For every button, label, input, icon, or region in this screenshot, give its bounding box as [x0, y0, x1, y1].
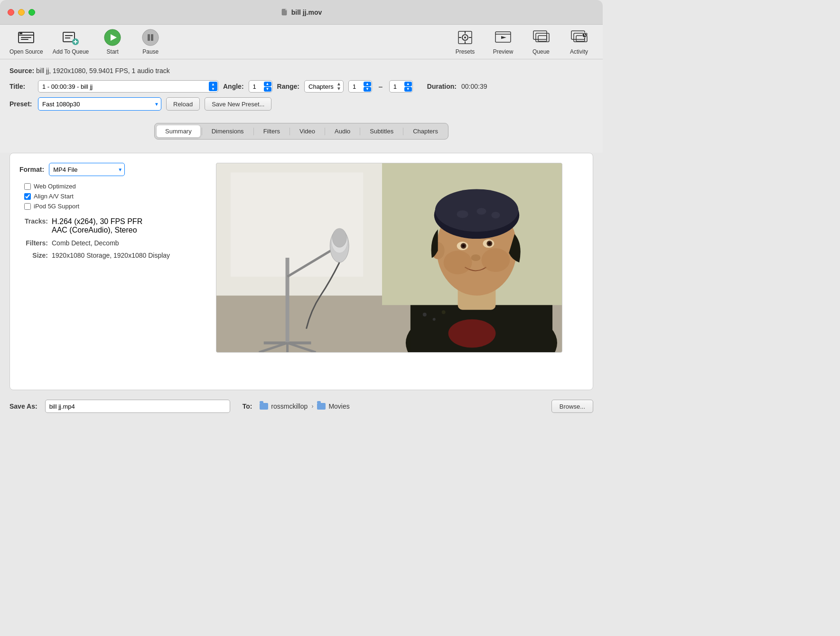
size-value: 1920x1080 Storage, 1920x1080 Display: [52, 252, 170, 259]
tab-summary[interactable]: Summary: [156, 125, 201, 138]
open-source-icon: [17, 28, 35, 47]
title-stepper[interactable]: ▲ ▼: [209, 82, 217, 91]
range-select[interactable]: Chapters Seconds Frames: [304, 80, 344, 93]
presets-label: Presets: [456, 48, 475, 55]
range-from-stepper: ▲ ▼: [364, 82, 371, 92]
preview-icon: [494, 28, 512, 47]
title-input-wrap: ▲ ▼: [38, 80, 218, 93]
range-to-stepper: ▲ ▼: [404, 82, 412, 92]
range-to-up[interactable]: ▲: [404, 82, 412, 86]
preset-select[interactable]: Fast 1080p30 HQ 1080p30 Super HQ 1080p30: [38, 97, 161, 111]
web-optimized-checkbox[interactable]: [24, 183, 31, 190]
filters-value: Comb Detect, Decomb: [52, 239, 119, 247]
queue-button[interactable]: Queue: [527, 28, 555, 55]
ipod-checkbox[interactable]: [24, 203, 31, 210]
folder2-name: Movies: [328, 402, 349, 410]
save-new-preset-button[interactable]: Save New Preset...: [205, 97, 271, 111]
save-as-input[interactable]: [45, 400, 230, 413]
tab-container: Summary Dimensions Filters Video Audio S…: [0, 123, 603, 153]
tab-chapters[interactable]: Chapters: [404, 125, 447, 137]
angle-input-wrap: ▲ ▼: [249, 80, 272, 93]
duration-label: Duration:: [427, 83, 457, 90]
svg-point-59: [462, 244, 465, 247]
title-input[interactable]: [38, 80, 218, 93]
folder1-name: rossmckillop: [271, 402, 308, 410]
range-from-wrap: ▲ ▼: [348, 80, 372, 93]
web-optimized-row: Web Optimized: [19, 183, 186, 190]
tabs: Summary Dimensions Filters Video Audio S…: [154, 123, 448, 140]
align-av-label: Align A/V Start: [34, 193, 74, 200]
reload-button[interactable]: Reload: [166, 97, 200, 111]
angle-down[interactable]: ▼: [264, 87, 271, 92]
preview-button[interactable]: Preview: [489, 28, 517, 55]
open-source-button[interactable]: Open Source: [9, 28, 43, 55]
align-av-checkbox[interactable]: [24, 193, 31, 200]
zoom-button[interactable]: [28, 9, 35, 16]
window-title: bill jj.mov: [281, 9, 322, 16]
range-label: Range:: [277, 83, 299, 90]
save-as-label: Save As:: [9, 402, 37, 410]
svg-point-54: [491, 212, 500, 218]
title-label: Title:: [9, 83, 33, 90]
svg-point-46: [442, 310, 446, 314]
queue-label: Queue: [532, 48, 550, 55]
panel-right: [195, 163, 583, 380]
svg-rect-28: [533, 31, 547, 39]
ipod-row: iPod 5G Support: [19, 203, 186, 210]
range-to-wrap: ▲ ▼: [389, 80, 413, 93]
presets-button[interactable]: Presets: [451, 28, 479, 55]
start-label: Start: [107, 48, 119, 55]
minimize-button[interactable]: [18, 9, 25, 16]
size-key: Size:: [19, 252, 48, 259]
start-button[interactable]: Start: [98, 28, 127, 55]
tab-filters[interactable]: Filters: [255, 125, 289, 137]
svg-rect-17: [151, 34, 153, 41]
tab-subtitles[interactable]: Subtitles: [361, 125, 402, 137]
range-select-wrap: Chapters Seconds Frames ▲ ▼: [304, 80, 344, 93]
ipod-label: iPod 5G Support: [34, 203, 79, 210]
tab-divider-2: [253, 128, 254, 135]
svg-rect-6: [21, 39, 28, 40]
add-to-queue-button[interactable]: Add To Queue: [53, 28, 89, 55]
tab-dimensions[interactable]: Dimensions: [203, 125, 252, 137]
svg-rect-4: [19, 33, 22, 34]
tracks-value-2: AAC (CoreAudio), Stereo: [52, 226, 142, 234]
svg-point-61: [471, 254, 481, 261]
svg-point-52: [457, 210, 468, 218]
save-path: rossmckillop › Movies: [260, 402, 349, 410]
tab-divider-3: [289, 128, 290, 135]
preset-select-wrap: Fast 1080p30 HQ 1080p30 Super HQ 1080p30…: [38, 97, 161, 111]
activity-icon: [570, 28, 588, 47]
tab-divider-4: [325, 128, 325, 135]
web-optimized-label: Web Optimized: [34, 183, 76, 190]
title-stepper-up[interactable]: ▲: [209, 82, 217, 86]
tab-video[interactable]: Video: [291, 125, 324, 137]
svg-point-44: [423, 313, 427, 317]
svg-point-70: [332, 228, 346, 247]
activity-button[interactable]: Activity: [565, 28, 593, 55]
to-label: To:: [243, 402, 252, 410]
range-from-up[interactable]: ▲: [364, 82, 371, 86]
content-area: Source: bill jj, 1920x1080, 59.9401 FPS,…: [0, 59, 603, 123]
angle-up[interactable]: ▲: [264, 82, 271, 86]
traffic-lights: [8, 9, 35, 16]
title-bar: bill jj.mov: [0, 0, 603, 25]
preset-label: Preset:: [9, 100, 33, 108]
svg-rect-30: [538, 36, 547, 41]
browse-button[interactable]: Browse...: [551, 400, 593, 413]
panel-left: Format: MP4 File MKV File WebM File ▼ We…: [19, 163, 186, 380]
tracks-key: Tracks:: [19, 217, 48, 234]
title-row: Title: ▲ ▼ Angle: ▲ ▼ Range: Chapters Se…: [9, 80, 593, 93]
range-from-down[interactable]: ▼: [364, 87, 371, 92]
pause-button[interactable]: Pause: [136, 28, 165, 55]
info-section: Tracks: H.264 (x264), 30 FPS PFR AAC (Co…: [19, 217, 186, 259]
svg-point-64: [481, 248, 510, 272]
title-stepper-down[interactable]: ▼: [209, 86, 217, 91]
tab-audio[interactable]: Audio: [326, 125, 359, 137]
tracks-value-1: H.264 (x264), 30 FPS PFR: [52, 217, 142, 226]
svg-marker-27: [501, 36, 506, 39]
close-button[interactable]: [8, 9, 14, 16]
format-select-wrap: MP4 File MKV File WebM File ▼: [49, 163, 125, 176]
range-to-down[interactable]: ▼: [404, 87, 412, 92]
format-select[interactable]: MP4 File MKV File WebM File: [49, 163, 125, 176]
